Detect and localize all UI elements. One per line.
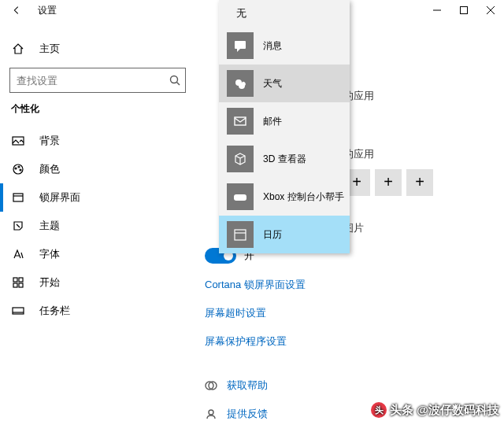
add-app-tile[interactable]: + bbox=[406, 169, 433, 196]
dropdown-item-messages[interactable]: 消息 bbox=[219, 27, 350, 65]
dropdown-none-option[interactable]: 无 bbox=[219, 0, 350, 27]
message-icon bbox=[227, 32, 254, 59]
svg-rect-22 bbox=[235, 41, 246, 49]
svg-rect-17 bbox=[13, 308, 24, 314]
dropdown-item-calendar[interactable]: 日历 bbox=[219, 216, 350, 253]
svg-point-8 bbox=[15, 168, 17, 169]
calendar-icon bbox=[227, 221, 254, 248]
sidebar-item-lockscreen[interactable]: 锁屏界面 bbox=[0, 183, 195, 212]
get-help-link[interactable]: 获取帮助 bbox=[195, 379, 504, 393]
mail-icon bbox=[227, 108, 254, 135]
svg-rect-24 bbox=[235, 117, 246, 125]
picture-icon bbox=[11, 135, 25, 147]
svg-point-9 bbox=[18, 166, 20, 168]
watermark: 头 头条 @波仔数码科技 bbox=[371, 402, 499, 418]
svg-rect-1 bbox=[461, 7, 468, 14]
search-icon bbox=[169, 75, 180, 86]
svg-rect-25 bbox=[234, 194, 246, 201]
weather-icon bbox=[227, 70, 254, 97]
back-button[interactable] bbox=[0, 0, 33, 20]
dropdown-item-3dviewer[interactable]: 3D 查看器 bbox=[219, 140, 350, 178]
start-icon bbox=[11, 276, 25, 289]
minimize-button[interactable] bbox=[424, 0, 450, 20]
svg-point-10 bbox=[20, 169, 21, 171]
palette-icon bbox=[11, 163, 25, 175]
theme-icon bbox=[11, 220, 25, 232]
window-title: 设置 bbox=[33, 4, 57, 17]
help-icon bbox=[205, 379, 219, 392]
search-input[interactable] bbox=[9, 68, 186, 93]
add-app-tile[interactable]: + bbox=[375, 169, 402, 196]
feedback-icon bbox=[205, 408, 219, 420]
dropdown-item-mail[interactable]: 邮件 bbox=[219, 102, 350, 140]
app-picker-dropdown[interactable]: 无 消息 天气 邮件 3D 查看器 Xbox 控制台小帮手 日历 bbox=[219, 0, 350, 253]
lockscreen-icon bbox=[11, 191, 25, 204]
svg-rect-16 bbox=[19, 283, 23, 287]
cortana-link[interactable]: Cortana 锁屏界面设置 bbox=[195, 278, 504, 292]
svg-rect-26 bbox=[235, 230, 246, 240]
minimize-icon bbox=[433, 6, 441, 14]
sidebar-item-taskbar[interactable]: 任务栏 bbox=[0, 297, 195, 325]
svg-rect-13 bbox=[13, 278, 17, 282]
svg-rect-14 bbox=[19, 278, 23, 282]
sidebar-item-colors[interactable]: 颜色 bbox=[0, 155, 195, 183]
taskbar-icon bbox=[11, 305, 25, 317]
close-button[interactable] bbox=[477, 0, 504, 20]
home-label: 主页 bbox=[39, 42, 60, 56]
sidebar-item-fonts[interactable]: 字体 bbox=[0, 240, 195, 268]
svg-rect-15 bbox=[13, 283, 17, 287]
toutiao-logo-icon: 头 bbox=[371, 402, 387, 418]
screensaver-link[interactable]: 屏幕保护程序设置 bbox=[195, 334, 504, 349]
close-icon bbox=[487, 6, 495, 14]
sidebar-item-start[interactable]: 开始 bbox=[0, 268, 195, 297]
xbox-icon bbox=[227, 183, 254, 210]
sidebar-item-background[interactable]: 背景 bbox=[0, 127, 195, 155]
maximize-icon bbox=[460, 6, 468, 14]
search-field[interactable] bbox=[17, 75, 150, 87]
font-icon bbox=[11, 248, 25, 260]
dropdown-item-xbox[interactable]: Xbox 控制台小帮手 bbox=[219, 178, 350, 216]
sidebar-item-themes[interactable]: 主题 bbox=[0, 212, 195, 240]
svg-point-4 bbox=[171, 76, 178, 83]
maximize-button[interactable] bbox=[450, 0, 477, 20]
arrow-left-icon bbox=[11, 5, 22, 16]
home-icon bbox=[11, 42, 25, 55]
category-title: 个性化 bbox=[0, 99, 195, 120]
screen-timeout-link[interactable]: 屏幕超时设置 bbox=[195, 306, 504, 320]
home-nav[interactable]: 主页 bbox=[0, 35, 195, 63]
dropdown-item-weather[interactable]: 天气 bbox=[219, 65, 350, 102]
svg-line-5 bbox=[177, 83, 180, 86]
svg-point-21 bbox=[209, 410, 213, 415]
cube-icon bbox=[227, 146, 254, 172]
svg-rect-11 bbox=[13, 194, 23, 201]
